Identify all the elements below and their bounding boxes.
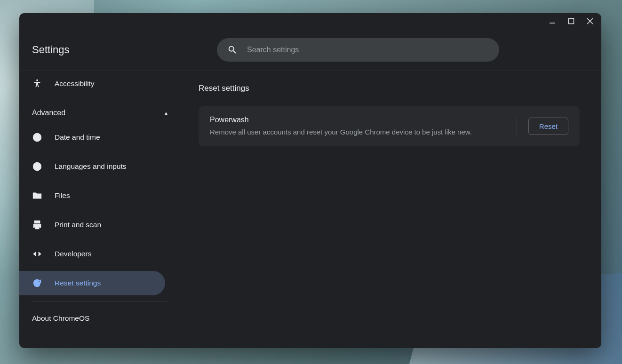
spacer bbox=[19, 179, 186, 183]
card-divider bbox=[517, 116, 517, 137]
chevron-up-icon: ▲ bbox=[164, 111, 168, 116]
sidebar-item-print[interactable]: Print and scan bbox=[19, 213, 186, 237]
sidebar-item-label: Accessibility bbox=[55, 79, 94, 88]
sidebar-item-label: Files bbox=[55, 191, 70, 200]
spacer bbox=[19, 266, 186, 271]
sidebar-item-date-time[interactable]: Date and time bbox=[19, 125, 186, 150]
sidebar-divider bbox=[32, 301, 167, 301]
sidebar: Accessibility Advanced ▲ Date and time L… bbox=[19, 71, 186, 348]
sidebar-group-label: Advanced bbox=[32, 109, 65, 117]
spacer bbox=[19, 96, 186, 101]
accessibility-icon bbox=[32, 79, 42, 89]
powerwash-card: Powerwash Remove all user accounts and r… bbox=[199, 106, 580, 146]
window-titlebar bbox=[19, 13, 601, 29]
window-body: Accessibility Advanced ▲ Date and time L… bbox=[19, 71, 601, 348]
sidebar-item-accessibility[interactable]: Accessibility bbox=[19, 71, 186, 96]
sidebar-item-label: Date and time bbox=[55, 133, 100, 142]
close-button[interactable] bbox=[581, 13, 599, 29]
sidebar-item-label: Reset settings bbox=[55, 279, 101, 287]
sidebar-item-label: About ChromeOS bbox=[32, 314, 89, 323]
sidebar-item-about[interactable]: About ChromeOS bbox=[19, 307, 186, 330]
card-title: Powerwash bbox=[210, 116, 505, 124]
app-title: Settings bbox=[19, 44, 217, 56]
minimize-icon bbox=[549, 18, 556, 24]
globe-icon bbox=[32, 161, 42, 172]
folder-icon bbox=[32, 190, 42, 201]
search-input[interactable] bbox=[247, 46, 489, 54]
sidebar-item-files[interactable]: Files bbox=[19, 183, 186, 208]
sidebar-item-label: Developers bbox=[55, 250, 91, 258]
printer-icon bbox=[32, 220, 42, 230]
search-wrap bbox=[217, 38, 499, 62]
sidebar-group-advanced[interactable]: Advanced ▲ bbox=[19, 101, 186, 125]
svg-point-4 bbox=[36, 79, 38, 81]
card-text: Powerwash Remove all user accounts and r… bbox=[210, 116, 505, 137]
reset-icon bbox=[32, 278, 42, 288]
spacer bbox=[19, 150, 186, 154]
settings-window: Settings Accessibility Advanced ▲ bbox=[19, 13, 601, 348]
sidebar-item-label: Print and scan bbox=[55, 221, 101, 229]
spacer bbox=[19, 208, 186, 213]
sidebar-item-label: Languages and inputs bbox=[55, 162, 127, 171]
section-title: Reset settings bbox=[199, 84, 580, 93]
maximize-icon bbox=[568, 18, 574, 24]
code-icon bbox=[32, 249, 42, 259]
header-bar: Settings bbox=[19, 29, 601, 71]
reset-button[interactable]: Reset bbox=[528, 118, 568, 135]
search-bar[interactable] bbox=[217, 38, 499, 62]
spacer bbox=[19, 237, 186, 242]
svg-rect-1 bbox=[569, 19, 574, 24]
card-description: Remove all user accounts and reset your … bbox=[210, 127, 505, 137]
sidebar-item-developers[interactable]: Developers bbox=[19, 242, 186, 266]
minimize-button[interactable] bbox=[543, 13, 562, 29]
maximize-button[interactable] bbox=[562, 13, 581, 29]
content-area: Reset settings Powerwash Remove all user… bbox=[186, 71, 601, 348]
search-icon bbox=[227, 45, 238, 55]
clock-icon bbox=[32, 132, 42, 142]
sidebar-item-reset-settings[interactable]: Reset settings bbox=[19, 271, 165, 295]
sidebar-item-languages[interactable]: Languages and inputs bbox=[19, 154, 186, 179]
close-icon bbox=[587, 18, 593, 24]
